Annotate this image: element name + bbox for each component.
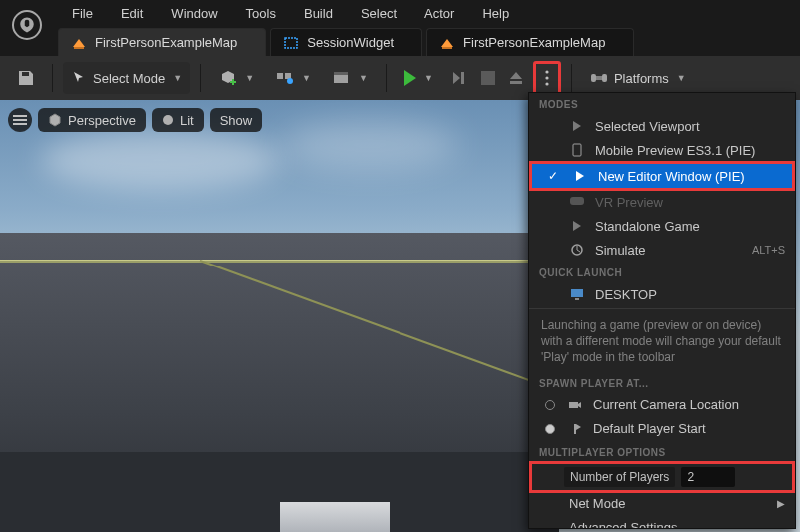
viewport-block	[280, 502, 390, 532]
menu-actor[interactable]: Actor	[410, 2, 468, 25]
tab-level-1[interactable]: FirstPersonExampleMap	[58, 28, 266, 56]
spawn-label: Current Camera Location	[593, 397, 785, 412]
save-button[interactable]	[10, 62, 42, 94]
eject-button[interactable]	[505, 62, 527, 94]
svg-rect-14	[596, 76, 602, 80]
play-icon	[404, 70, 416, 86]
advanced-settings-row[interactable]: Advanced Settings...	[529, 516, 795, 529]
svg-rect-23	[575, 298, 579, 300]
perspective-button[interactable]: Perspective	[38, 108, 146, 132]
net-mode-label: Net Mode	[569, 496, 767, 511]
svg-rect-3	[277, 73, 283, 79]
svg-rect-22	[571, 289, 583, 297]
svg-point-18	[163, 115, 173, 125]
select-mode-button[interactable]: Select Mode ▼	[63, 62, 190, 94]
quick-launch-desktop[interactable]: DESKTOP	[529, 282, 795, 306]
net-mode-row[interactable]: Net Mode ▶	[529, 492, 795, 516]
spawn-default-start[interactable]: Default Player Start	[529, 417, 795, 441]
cube-icon	[48, 113, 62, 127]
sphere-icon	[162, 114, 174, 126]
perspective-label: Perspective	[68, 113, 136, 128]
quick-launch-label: DESKTOP	[595, 287, 785, 302]
mode-vr-preview: VR Preview	[529, 190, 795, 214]
skip-button[interactable]	[447, 62, 471, 94]
viewport-edge	[200, 260, 559, 389]
chevron-down-icon: ▼	[173, 73, 182, 83]
play-options-highlight	[533, 61, 561, 95]
mode-standalone-game[interactable]: Standalone Game	[529, 214, 795, 238]
play-options-button[interactable]	[537, 65, 557, 91]
mode-new-editor-window[interactable]: ✓ New Editor Window (PIE)	[532, 164, 792, 188]
play-icon	[569, 218, 585, 234]
svg-rect-24	[569, 402, 578, 408]
viewport-options-button[interactable]	[8, 108, 32, 132]
advanced-label: Advanced Settings...	[569, 520, 785, 529]
unreal-logo[interactable]	[12, 10, 42, 40]
tab-label: FirstPersonExampleMap	[463, 35, 605, 50]
mode-label: Mobile Preview ES3.1 (PIE)	[595, 143, 785, 158]
mode-mobile-preview[interactable]: Mobile Preview ES3.1 (PIE)	[529, 138, 795, 162]
svg-rect-2	[442, 47, 452, 49]
tab-level-2[interactable]: FirstPersonExampleMap	[426, 28, 634, 56]
svg-rect-8	[481, 71, 495, 85]
hamburger-icon	[13, 115, 27, 125]
tab-bar: FirstPersonExampleMap SessionWidget Firs…	[0, 26, 800, 56]
svg-rect-7	[334, 72, 348, 75]
spawn-current-camera[interactable]: Current Camera Location	[529, 393, 795, 417]
radio-icon	[545, 400, 555, 410]
mode-simulate[interactable]: Simulate ALT+S	[529, 238, 795, 262]
chevron-down-icon: ▼	[677, 73, 686, 83]
menu-file[interactable]: File	[58, 2, 107, 25]
menu-tools[interactable]: Tools	[232, 2, 290, 25]
radio-icon	[545, 424, 555, 434]
camera-icon	[567, 397, 583, 413]
show-button[interactable]: Show	[210, 108, 263, 132]
svg-rect-15	[13, 115, 27, 117]
show-label: Show	[220, 113, 253, 128]
menu-help[interactable]: Help	[468, 2, 523, 25]
svg-rect-12	[591, 74, 596, 82]
svg-rect-20	[570, 197, 584, 205]
widget-icon	[283, 35, 299, 51]
kebab-icon	[545, 70, 549, 86]
vr-icon	[569, 194, 585, 210]
spawn-label: Default Player Start	[593, 421, 785, 436]
multiplayer-header: MULTIPLAYER OPTIONS	[529, 441, 795, 462]
tab-widget[interactable]: SessionWidget	[270, 28, 422, 56]
level-icon	[439, 35, 455, 51]
svg-rect-19	[573, 144, 581, 156]
spawn-header: SPAWN PLAYER AT...	[529, 372, 795, 393]
chevron-down-icon: ▼	[302, 73, 311, 83]
mode-label: Selected Viewport	[595, 119, 785, 134]
svg-point-10	[545, 76, 548, 79]
cinematics-button[interactable]: ▼	[325, 62, 376, 94]
platforms-button[interactable]: Platforms ▼	[582, 62, 694, 94]
svg-point-9	[545, 70, 548, 73]
svg-point-5	[287, 78, 293, 84]
menu-edit[interactable]: Edit	[107, 2, 157, 25]
check-icon: ✓	[548, 169, 562, 183]
menu-window[interactable]: Window	[157, 2, 231, 25]
play-button[interactable]: ▼	[397, 62, 441, 94]
main-menu-bar: File Edit Window Tools Build Select Acto…	[0, 0, 800, 26]
tab-label: FirstPersonExampleMap	[95, 35, 237, 50]
chevron-down-icon: ▼	[359, 73, 368, 83]
mobile-icon	[569, 142, 585, 158]
svg-rect-25	[574, 424, 576, 434]
shortcut-label: ALT+S	[752, 244, 785, 256]
play-icon	[572, 168, 588, 184]
add-content-button[interactable]: ▼	[211, 62, 262, 94]
chevron-down-icon: ▼	[424, 73, 433, 83]
lit-button[interactable]: Lit	[152, 108, 204, 132]
mode-selected-viewport[interactable]: Selected Viewport	[529, 114, 795, 138]
divider	[529, 308, 795, 309]
num-players-input[interactable]	[681, 467, 735, 487]
svg-rect-0	[74, 47, 84, 49]
menu-build[interactable]: Build	[290, 2, 347, 25]
stop-button[interactable]	[477, 62, 499, 94]
menu-select[interactable]: Select	[347, 2, 410, 25]
svg-rect-6	[334, 74, 348, 83]
separator	[52, 64, 53, 92]
separator	[386, 64, 387, 92]
marketplace-button[interactable]: ▼	[268, 62, 319, 94]
